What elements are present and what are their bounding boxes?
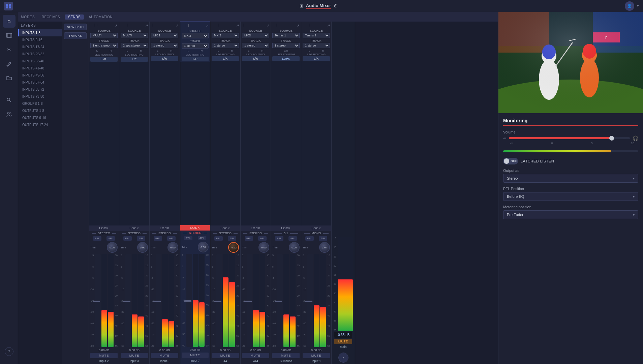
lr-button-inp1[interactable]: L/R bbox=[303, 56, 330, 61]
trim-knob-ch3[interactable]: 0.00 bbox=[137, 242, 148, 253]
layer-outputs-9-16[interactable]: OUTPUTS 9-16 bbox=[18, 114, 62, 121]
fader-track-ch5[interactable] bbox=[156, 254, 161, 347]
mute-btn-444[interactable]: MUTE bbox=[242, 353, 269, 358]
fader-handle-ch5[interactable] bbox=[153, 301, 161, 302]
afl-btn-ch5[interactable]: AFL bbox=[167, 236, 176, 241]
source-select-surround[interactable]: Tennis 1 bbox=[272, 33, 300, 38]
track-select-inp1[interactable]: 1 stereo bbox=[303, 43, 330, 48]
expand-icon[interactable]: ↗ bbox=[176, 24, 178, 27]
trim-knob-44[interactable]: -4.52 bbox=[228, 242, 239, 253]
tracks-button[interactable]: TRACKS bbox=[64, 32, 87, 39]
afl-btn-ch3[interactable]: AFL bbox=[137, 236, 145, 241]
mute-btn-ch3[interactable]: MUTE bbox=[121, 353, 148, 358]
trim-knob-ch5[interactable]: 0.00 bbox=[167, 242, 178, 253]
source-select-ch7[interactable]: MX 2 bbox=[182, 33, 209, 38]
afl-btn-ch7[interactable]: AFL bbox=[198, 236, 206, 240]
afl-btn-44[interactable]: AFL bbox=[228, 236, 236, 241]
lock-button-ch7[interactable]: LOCK bbox=[180, 225, 210, 231]
expand-icon[interactable]: ↗ bbox=[115, 24, 118, 27]
lock-button-ch2[interactable]: LOCK bbox=[89, 225, 119, 231]
fader-track-ch3[interactable] bbox=[125, 254, 131, 347]
pfl-btn-44[interactable]: PFL bbox=[214, 236, 223, 241]
lock-button-surround[interactable]: LOCK bbox=[271, 225, 301, 231]
volume-slider[interactable] bbox=[509, 137, 630, 139]
layer-inputs-73-80[interactable]: INPUTS 73-80 bbox=[18, 93, 62, 100]
pfl-btn-ch2[interactable]: PFL bbox=[93, 236, 101, 241]
lr-button-44[interactable]: L/R bbox=[212, 56, 239, 61]
mode-automation-btn[interactable]: AUTOMATION bbox=[85, 14, 116, 20]
nav-search-node[interactable] bbox=[3, 94, 16, 107]
mute-btn-ch2[interactable]: MUTE bbox=[90, 353, 118, 358]
trim-knob-ch2[interactable]: 0.00 bbox=[107, 242, 118, 253]
fader-handle-ch3[interactable] bbox=[123, 301, 130, 302]
expand-icon[interactable]: ↗ bbox=[145, 24, 148, 27]
nav-home[interactable]: ⌂ bbox=[3, 15, 16, 28]
source-select-ch2[interactable]: MULTI bbox=[90, 33, 118, 38]
lock-button-444[interactable]: LOCK bbox=[241, 225, 271, 231]
layer-inputs-49-56[interactable]: INPUTS 49-56 bbox=[18, 72, 62, 79]
layer-inputs-1-8[interactable]: INPUTS 1-8 bbox=[18, 29, 62, 36]
afl-btn-444[interactable]: AFL bbox=[258, 236, 267, 241]
expand-icon[interactable]: ↗ bbox=[327, 24, 330, 27]
new-path-button[interactable]: NEW PATH bbox=[64, 24, 87, 30]
nav-scissors[interactable]: ✂ bbox=[3, 43, 16, 56]
expand-icon[interactable]: ↗ bbox=[236, 24, 239, 27]
expand-icon[interactable]: ↗ bbox=[267, 24, 269, 27]
next-channel-btn[interactable]: › bbox=[338, 353, 348, 363]
fader-track-ch2[interactable] bbox=[95, 254, 101, 347]
lr-button-ch7[interactable]: L/R bbox=[182, 57, 209, 61]
fader-handle-ch7[interactable] bbox=[184, 300, 191, 302]
trim-knob-ch7[interactable]: 0.00 bbox=[198, 242, 209, 252]
source-select-44[interactable]: MX 3 bbox=[212, 33, 239, 38]
pfl-position-select[interactable]: Before EQ ▾ bbox=[503, 192, 638, 201]
mute-btn-ch7[interactable]: MUTE bbox=[182, 353, 209, 358]
layer-inputs-57-64[interactable]: INPUTS 57-64 bbox=[18, 79, 62, 86]
mode-sends-btn[interactable]: SENDS bbox=[65, 14, 84, 20]
source-select-444[interactable]: MXD bbox=[242, 33, 269, 38]
layer-groups-1-8[interactable]: GROUPS 1-8 bbox=[18, 100, 62, 107]
layer-outputs-1-8[interactable]: OUTPUTS 1-8 bbox=[18, 107, 62, 114]
fader-track-44[interactable] bbox=[216, 254, 222, 347]
lock-button-ch5[interactable]: LOCK bbox=[150, 225, 180, 231]
track-select-ch3[interactable]: 2 spa stereo bbox=[121, 43, 148, 48]
layer-inputs-17-24[interactable]: INPUTS 17-24 bbox=[18, 43, 62, 51]
source-select-inp1[interactable]: Tennis 2 bbox=[303, 33, 330, 38]
mute-btn-surround[interactable]: MUTE bbox=[272, 353, 300, 358]
fader-track-ch7[interactable] bbox=[186, 254, 192, 347]
fader-handle-444[interactable] bbox=[244, 301, 252, 302]
lock-button-inp1[interactable]: LOCK bbox=[301, 225, 331, 231]
layer-inputs-25-32[interactable]: INPUTS 25-32 bbox=[18, 51, 62, 58]
metering-position-select[interactable]: Pre Fader ▾ bbox=[503, 210, 638, 219]
track-select-ch7[interactable]: 1 stereo bbox=[182, 43, 209, 49]
layer-outputs-17-24[interactable]: OUTPUTS 17-24 bbox=[18, 121, 62, 128]
fader-track-inp1[interactable] bbox=[307, 254, 313, 347]
master-mute-btn[interactable]: MUTE bbox=[334, 339, 352, 344]
trim-knob-surround[interactable]: 0.00 bbox=[289, 242, 300, 253]
track-select-ch2[interactable]: 1 eng stereo bbox=[90, 43, 118, 48]
lr-button-ch3[interactable]: L/R bbox=[121, 57, 148, 62]
fader-track-surround[interactable] bbox=[277, 254, 283, 347]
layer-inputs-33-40[interactable]: INPUTS 33-40 bbox=[18, 58, 62, 65]
layer-inputs-41-48[interactable]: INPUTS 41-48 bbox=[18, 65, 62, 72]
layer-inputs-9-16[interactable]: INPUTS 9-16 bbox=[18, 36, 62, 43]
chevron-down-icon[interactable]: ▾ bbox=[637, 4, 639, 8]
source-select-ch5[interactable]: MX 1 bbox=[151, 33, 178, 38]
expand-icon[interactable]: ↗ bbox=[297, 24, 300, 27]
expand-icon[interactable]: ↗ bbox=[206, 24, 209, 28]
track-select-444[interactable]: 1 stereo bbox=[242, 43, 269, 48]
mute-btn-ch5[interactable]: MUTE bbox=[151, 353, 178, 358]
lr-button-ch5[interactable]: L/R bbox=[151, 56, 178, 61]
nav-brush[interactable] bbox=[3, 57, 16, 70]
fader-handle-surround[interactable] bbox=[275, 301, 282, 302]
fader-handle-ch2[interactable] bbox=[93, 301, 100, 302]
mute-btn-44[interactable]: MUTE bbox=[212, 353, 239, 358]
mute-btn-inp1[interactable]: MUTE bbox=[303, 353, 330, 358]
lock-button-ch3[interactable]: LOCK bbox=[119, 225, 149, 231]
pfl-btn-444[interactable]: PFL bbox=[245, 236, 253, 241]
pfl-btn-inp1[interactable]: PFL bbox=[305, 236, 314, 241]
lock-button-44[interactable]: LOCK bbox=[210, 225, 240, 231]
afl-btn-ch2[interactable]: AFL bbox=[106, 236, 115, 241]
trim-knob-inp1[interactable]: 2.64 bbox=[319, 242, 330, 253]
afl-btn-inp1[interactable]: AFL bbox=[319, 236, 327, 241]
track-select-surround[interactable]: 1 stereo bbox=[272, 43, 300, 48]
